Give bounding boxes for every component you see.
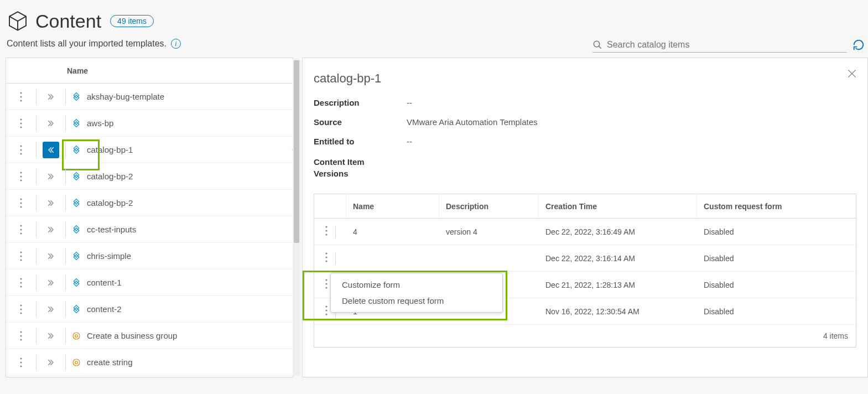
row-menu-icon[interactable]: [20, 172, 22, 182]
row-menu-icon[interactable]: [20, 225, 22, 235]
cell-creation-time: Dec 21, 2022, 1:28:13 AM: [539, 281, 697, 289]
svg-point-7: [20, 122, 22, 124]
label-versions: Content Item Versions: [314, 156, 386, 179]
list-item[interactable]: aws-bp: [6, 110, 293, 137]
svg-point-60: [325, 256, 327, 258]
svg-point-42: [20, 308, 22, 310]
row-menu-icon[interactable]: [20, 331, 22, 341]
details-title: catalog-bp-1: [314, 71, 856, 86]
svg-point-8: [20, 126, 22, 128]
table-row[interactable]: Dec 22, 2022, 3:16:14 AM Disabled: [314, 245, 856, 272]
items-count-badge: 49 items: [110, 15, 154, 27]
template-icon: [71, 225, 81, 235]
row-menu-icon[interactable]: [20, 145, 22, 155]
expand-toggle[interactable]: [43, 142, 59, 158]
cell-name: 4: [346, 227, 439, 236]
svg-point-49: [73, 333, 80, 339]
svg-point-21: [20, 198, 22, 200]
close-icon[interactable]: [846, 68, 857, 79]
template-icon: [71, 172, 81, 182]
search-input[interactable]: [607, 40, 847, 50]
expand-toggle[interactable]: [43, 195, 59, 211]
cell-custom-form: Disabled: [697, 254, 856, 263]
row-menu-icon[interactable]: [20, 304, 22, 314]
expand-toggle[interactable]: [43, 89, 59, 105]
col-description[interactable]: Description: [439, 194, 539, 218]
list-item-name: catalog-bp-2: [87, 198, 133, 208]
page-header: Content 49 items Content lists all your …: [0, 0, 868, 51]
list-item[interactable]: cc-test-inputs: [6, 216, 293, 243]
svg-point-54: [73, 359, 80, 366]
list-item[interactable]: catalog-bp-2: [6, 190, 293, 216]
template-icon: [71, 118, 81, 128]
expand-toggle[interactable]: [43, 168, 59, 185]
page-title: Content: [7, 10, 101, 32]
list-item[interactable]: create string: [6, 349, 293, 376]
list-item[interactable]: catalog-bp-2: [6, 163, 293, 190]
expand-toggle[interactable]: [43, 221, 59, 238]
col-name[interactable]: Name: [346, 194, 439, 218]
table-row[interactable]: 4 version 4 Dec 22, 2022, 3:16:49 AM Dis…: [314, 219, 856, 245]
svg-point-57: [325, 230, 327, 231]
expand-toggle[interactable]: [43, 354, 59, 371]
list-item[interactable]: content-1: [6, 269, 293, 296]
template-icon: [71, 92, 81, 102]
search-input-wrap[interactable]: [592, 40, 847, 53]
expand-toggle[interactable]: [43, 248, 59, 265]
list-item-name: aws-bp: [87, 118, 113, 128]
svg-point-56: [325, 226, 327, 227]
workflow-icon: [71, 357, 81, 367]
svg-point-58: [325, 234, 327, 235]
svg-point-26: [20, 225, 22, 226]
scrollbar[interactable]: [293, 59, 300, 376]
row-menu-icon[interactable]: [325, 305, 328, 318]
svg-point-1: [20, 92, 22, 94]
list-item[interactable]: akshay-bug-template: [6, 84, 293, 110]
row-menu-icon[interactable]: [20, 278, 22, 288]
list-item[interactable]: Create a business group: [6, 323, 293, 349]
template-icon: [71, 278, 81, 288]
svg-point-36: [20, 278, 22, 279]
menu-delete-custom-form[interactable]: Delete custom request form: [331, 293, 502, 309]
list-item[interactable]: catalog-bp-1: [6, 137, 293, 163]
info-icon[interactable]: i: [171, 39, 181, 49]
row-menu-icon[interactable]: [20, 251, 22, 261]
value-entitled: --: [407, 137, 412, 146]
svg-point-38: [20, 286, 22, 287]
list-item[interactable]: content-2: [6, 296, 293, 323]
expand-toggle[interactable]: [43, 115, 59, 132]
list-item-name: content-1: [87, 278, 122, 287]
svg-point-16: [20, 172, 22, 173]
svg-point-37: [20, 282, 22, 283]
list-item-name: create string: [87, 357, 133, 367]
cell-creation-time: Nov 16, 2022, 12:30:54 AM: [539, 307, 697, 316]
col-creation-time[interactable]: Creation Time: [539, 194, 697, 218]
svg-point-50: [75, 334, 78, 337]
column-header-name[interactable]: Name: [67, 66, 88, 75]
expand-toggle[interactable]: [43, 274, 59, 291]
menu-customize-form[interactable]: Customize form: [331, 277, 502, 293]
template-icon: [71, 198, 81, 208]
row-menu-icon[interactable]: [20, 92, 22, 102]
svg-point-12: [20, 149, 22, 151]
col-custom-form[interactable]: Custom request form: [697, 194, 856, 218]
version-context-menu: Customize form Delete custom request for…: [330, 273, 503, 313]
row-menu-icon[interactable]: [325, 252, 328, 265]
row-menu-icon[interactable]: [325, 226, 328, 238]
row-menu-icon[interactable]: [20, 357, 22, 367]
expand-toggle[interactable]: [43, 301, 59, 318]
expand-toggle[interactable]: [43, 328, 59, 344]
svg-point-13: [20, 153, 22, 154]
svg-point-11: [20, 145, 22, 147]
row-menu-icon[interactable]: [20, 118, 22, 128]
row-menu-icon[interactable]: [325, 279, 328, 291]
refresh-icon[interactable]: [853, 39, 865, 51]
label-source: Source: [314, 117, 407, 127]
row-menu-icon[interactable]: [20, 198, 22, 208]
label-description: Description: [314, 98, 407, 107]
list-item[interactable]: chris-simple: [6, 243, 293, 269]
svg-point-6: [20, 118, 22, 120]
template-icon: [71, 251, 81, 261]
cell-description: version 4: [439, 227, 539, 236]
list-item-name: chris-simple: [87, 251, 131, 261]
